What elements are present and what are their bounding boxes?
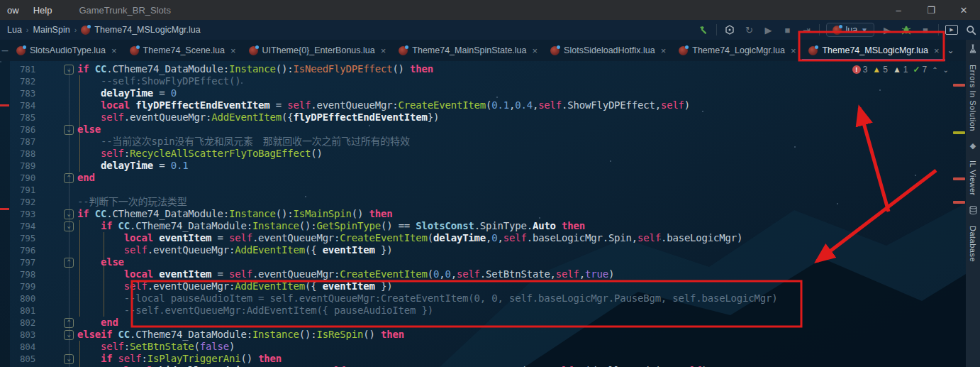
code-text[interactable]: elseif CC.CTheme74_DataModule:Instance()… [77, 329, 966, 341]
fold-marker-icon[interactable]: ⌄ [64, 354, 74, 364]
tool-window-errors-in-solution[interactable]: Errors In Solution [969, 65, 977, 131]
previous-problem-chevron-icon[interactable]: ⌃ [932, 66, 937, 74]
unity-attach-icon[interactable] [723, 23, 736, 36]
code-text[interactable]: self.eventQueueMgr:AddEventItem({ eventI… [77, 244, 966, 256]
menu-item-window[interactable]: ow [0, 5, 26, 16]
line-number[interactable]: 799 [0, 280, 38, 292]
editor-tab[interactable]: Theme74_LogicMgr.lua× [672, 40, 802, 61]
tab-close-icon[interactable]: × [230, 45, 236, 56]
hidden-tabs-chevron-icon[interactable]: ⌄ [947, 45, 954, 55]
stop-icon[interactable]: ■ [781, 23, 794, 36]
editor-tab[interactable]: Theme74_Scene.lua× [123, 40, 243, 61]
warning-stripe-mark[interactable] [953, 131, 965, 134]
tool-window-database[interactable]: Database [969, 226, 977, 262]
line-number[interactable]: 783 [0, 87, 38, 99]
line-number[interactable]: 795 [0, 232, 38, 244]
typos-badge[interactable]: ✓ 7 [913, 65, 927, 75]
code-text[interactable]: delayTime = 0 [77, 87, 966, 99]
code-text[interactable]: end [77, 172, 966, 184]
code-text[interactable]: if self:IsPlayTriggerAni() then [77, 353, 966, 365]
editor-tab[interactable]: SlotsAudioType.lua× [10, 40, 123, 61]
line-number[interactable]: 793 [0, 208, 38, 220]
tab-close-icon[interactable]: × [661, 45, 667, 56]
editor-tab[interactable]: UITheme{0}_EnterBonus.lua× [243, 40, 393, 61]
tab-close-icon[interactable]: × [533, 45, 538, 56]
breadcrumb-item[interactable]: Lua [7, 25, 22, 35]
tab-close-icon[interactable]: × [791, 45, 796, 56]
minimize-icon[interactable]: – [882, 0, 915, 20]
line-number[interactable]: 791 [0, 184, 38, 196]
line-number[interactable]: 796 [0, 244, 38, 256]
step-over-icon[interactable]: ⇥ [800, 23, 813, 36]
code-text[interactable]: self:SetBtnState(false) [77, 341, 966, 353]
fold-marker-icon[interactable]: ⌄ [64, 125, 74, 135]
warnings-badge[interactable]: ▲ 5 [872, 65, 888, 75]
code-text[interactable]: --self:ShowFlyDPEffect() [77, 75, 966, 87]
line-number[interactable]: 789 [0, 160, 38, 172]
editor-tab[interactable]: SlotsSideloadHotfix.lua× [544, 40, 672, 61]
line-number[interactable]: 804 [0, 341, 38, 353]
run-config-play-icon[interactable]: ▶ [881, 23, 893, 36]
code-text[interactable]: self.eventQueueMgr:AddEventItem({ eventI… [77, 280, 966, 292]
search-everywhere-icon[interactable] [964, 23, 977, 36]
error-stripe-mark[interactable] [953, 84, 965, 87]
code-text[interactable]: if CC.CTheme74_DataModule:Instance():IsN… [77, 63, 966, 75]
debug-bug-icon[interactable] [900, 23, 913, 36]
code-text[interactable]: local eventItem = self.eventQueueMgr:Cre… [77, 268, 966, 280]
line-number[interactable]: 786 [0, 124, 38, 136]
tab-close-icon[interactable]: × [381, 45, 386, 56]
code-text[interactable]: --self.eventQueueMgr:AddEventItem({ paus… [77, 305, 966, 317]
flask-icon[interactable] [969, 44, 977, 55]
line-number[interactable]: 792 [0, 196, 38, 208]
fold-marker-icon[interactable]: ⌃ [64, 258, 74, 268]
profiler-icon[interactable]: ▶ [945, 25, 958, 35]
line-number[interactable]: 798 [0, 268, 38, 280]
fold-marker-icon[interactable]: ⌄ [64, 330, 74, 340]
line-number[interactable]: 805 [0, 353, 38, 365]
code-text[interactable]: if CC.CTheme74_DataModule:Instance():IsM… [77, 208, 966, 220]
tab-close-icon[interactable]: × [934, 45, 940, 56]
line-number[interactable]: 788 [0, 148, 38, 160]
line-number[interactable]: 803 [0, 329, 38, 341]
line-number[interactable]: 802 [0, 317, 38, 329]
line-number[interactable]: 787 [0, 136, 38, 148]
code-text[interactable]: self.eventQueueMgr:AddEventItem({flyDPEf… [77, 111, 966, 124]
code-text[interactable]: --local pauseAudioItem = self.eventQueue… [77, 292, 966, 305]
line-number[interactable]: 794 [0, 220, 38, 232]
stop-process-icon[interactable]: ■ [919, 23, 932, 36]
code-text[interactable]: else [77, 124, 966, 136]
breadcrumb-item[interactable]: MainSpin [33, 25, 70, 35]
weak-warnings-badge[interactable]: ▲ 1 [893, 65, 908, 75]
menu-item-help[interactable]: Help [26, 5, 60, 16]
code-text[interactable]: else [77, 256, 966, 268]
line-number[interactable]: 785 [0, 111, 38, 124]
sync-icon[interactable]: ↻ [742, 23, 755, 36]
errors-badge[interactable]: ! 3 [852, 65, 868, 75]
fold-marker-icon[interactable]: ⌃ [64, 173, 74, 183]
line-number[interactable]: 797 [0, 256, 38, 268]
fold-marker-icon[interactable]: ⌃ [64, 318, 74, 328]
code-text[interactable]: local flyDPEffectEndEventItem = self.eve… [77, 99, 966, 111]
code-text[interactable] [77, 184, 966, 196]
line-number[interactable]: 790 [0, 172, 38, 184]
editor-tab[interactable]: Theme74_MSLogicMgr.lua× [802, 40, 945, 61]
breadcrumb-item[interactable]: Theme74_MSLogicMgr.lua [94, 25, 200, 35]
code-text[interactable]: delayTime = 0.1 [77, 160, 966, 172]
maximize-icon[interactable]: ❐ [915, 0, 947, 20]
run-configuration-select[interactable]: lua ▼ [826, 23, 874, 37]
fold-marker-icon[interactable]: ⌄ [64, 221, 74, 231]
code-text[interactable]: self:RecycleAllScatterFlyToBagEffect() [77, 148, 966, 160]
line-number[interactable]: 781 [0, 63, 38, 75]
tool-window-il-viewer[interactable]: IL Viewer [969, 160, 977, 196]
run-icon[interactable]: ▶ [762, 23, 774, 36]
code-text[interactable]: if CC.CTheme74_DataModule:Instance():Get… [77, 220, 966, 232]
code-text[interactable]: --判断下一次的玩法类型 [77, 196, 966, 208]
build-hammer-icon[interactable] [697, 23, 710, 36]
fold-marker-icon[interactable]: ⌄ [64, 65, 74, 75]
tab-close-icon[interactable]: × [111, 45, 117, 56]
editor-tab[interactable]: Theme74_MainSpinState.lua× [392, 40, 544, 61]
code-text[interactable]: end [77, 317, 966, 329]
error-stripe-mark[interactable] [953, 177, 965, 180]
code-text[interactable]: --当前这次spin没有飞龙和凤元素 那就回收一次之前飞过所有的特效 [77, 136, 966, 148]
line-number[interactable]: 784 [0, 99, 38, 111]
